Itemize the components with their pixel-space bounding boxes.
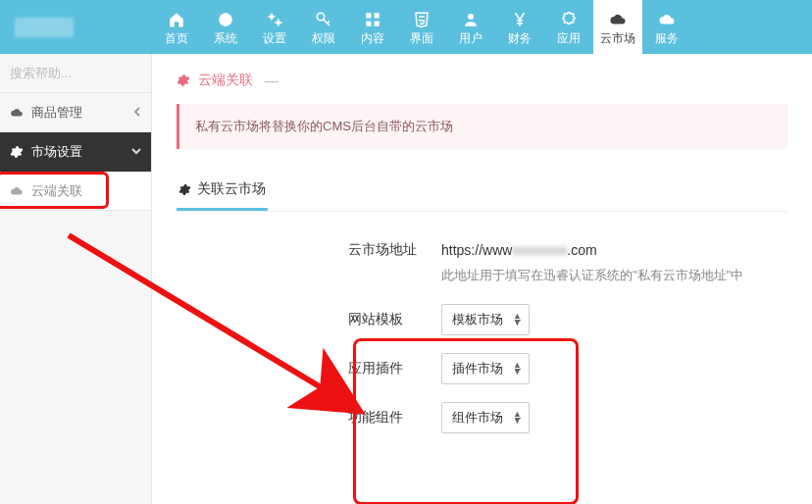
nav-label: 首页 [165, 32, 188, 44]
globe-icon [217, 11, 234, 28]
yen-icon [511, 11, 529, 28]
main-content: 云端关联 — 私有云市场将替换你的CMS后台自带的云市场 关联云市场 云市场地址… [152, 54, 812, 504]
tab-link-market[interactable]: 关联云市场 [177, 169, 268, 211]
chevron-updown-icon: ▲▼ [513, 362, 522, 376]
user-icon [462, 11, 480, 28]
alert-text: 私有云市场将替换你的CMS后台自带的云市场 [195, 119, 453, 133]
grid-icon [364, 11, 381, 28]
svg-rect-7 [375, 21, 380, 25]
gear-icon [178, 183, 191, 196]
sidebar-label: 商品管理 [31, 104, 126, 122]
nav-label: 服务 [655, 32, 679, 44]
home-icon [168, 11, 185, 28]
sidebar-label: 云端关联 [31, 182, 141, 200]
nav-home[interactable]: 首页 [152, 0, 201, 54]
svg-point-1 [270, 14, 275, 19]
nav-yen[interactable]: 财务 [495, 0, 544, 54]
row-url: 云市场地址 https://wwwxxxxxxxx.com [348, 241, 787, 259]
chevron-updown-icon: ▲▼ [513, 411, 522, 425]
cloud-icon [609, 11, 627, 28]
alert-banner: 私有云市场将替换你的CMS后台自带的云市场 [177, 104, 787, 149]
sidebar: 商品管理市场设置云端关联 [0, 54, 152, 504]
form: 云市场地址 https://wwwxxxxxxxx.com 此地址用于填写在迅睿… [152, 212, 812, 433]
nav-puzzle[interactable]: 应用 [544, 0, 593, 54]
breadcrumb-title: 云端关联 [198, 72, 253, 89]
breadcrumb-dash: — [265, 73, 279, 88]
nav-label: 用户 [459, 32, 482, 44]
cogs-icon [266, 11, 283, 28]
label-1: 应用插件 [348, 360, 422, 378]
label-2: 功能组件 [348, 409, 422, 427]
sidebar-search[interactable] [0, 54, 151, 93]
nav-cloud[interactable]: 服务 [642, 0, 691, 54]
url-prefix: https://www [441, 242, 512, 258]
logo [0, 0, 152, 54]
nav-items: 首页系统设置权限内容界面用户财务应用云市场服务 [152, 0, 691, 54]
row-select-2: 功能组件组件市场▲▼ [348, 402, 787, 433]
sidebar-item-1[interactable]: 市场设置 [0, 132, 151, 172]
nav-grid[interactable]: 内容 [348, 0, 397, 54]
cloud-icon [658, 11, 676, 28]
value-url: https://wwwxxxxxxxx.com [441, 242, 597, 258]
nav-key[interactable]: 权限 [299, 0, 348, 54]
nav-label: 权限 [312, 32, 335, 44]
row-select-0: 网站模板模板市场▲▼ [348, 304, 787, 335]
label-0: 网站模板 [348, 311, 422, 328]
search-input[interactable] [10, 66, 175, 80]
sidebar-label: 市场设置 [31, 143, 124, 161]
nav-label: 财务 [508, 32, 532, 44]
top-nav: 首页系统设置权限内容界面用户财务应用云市场服务 [0, 0, 812, 54]
url-blur: xxxxxxxx [512, 242, 567, 258]
nav-html5[interactable]: 界面 [397, 0, 446, 54]
nav-label: 设置 [263, 32, 286, 44]
svg-rect-4 [366, 13, 371, 18]
nav-label: 系统 [214, 32, 237, 44]
svg-point-2 [277, 20, 281, 25]
sidebar-item-0[interactable]: 商品管理 [0, 93, 151, 132]
select-2[interactable]: 组件市场▲▼ [441, 402, 530, 433]
nav-label: 应用 [557, 32, 581, 44]
label-url: 云市场地址 [348, 241, 422, 259]
cloud-icon [10, 184, 24, 198]
nav-globe[interactable]: 系统 [201, 0, 250, 54]
hint-url: 此地址用于填写在迅睿认证系统的"私有云市场地址"中 [441, 267, 787, 284]
cloud-icon [10, 106, 24, 120]
row-select-1: 应用插件插件市场▲▼ [348, 353, 787, 384]
svg-point-8 [468, 14, 474, 20]
url-suffix: .com [567, 242, 596, 258]
chevron-icon [133, 106, 141, 120]
tabs: 关联云市场 [177, 169, 787, 212]
nav-label: 内容 [361, 32, 384, 44]
key-icon [315, 11, 332, 28]
nav-cogs[interactable]: 设置 [250, 0, 299, 54]
chevron-icon [131, 145, 141, 159]
nav-cloud[interactable]: 云市场 [593, 0, 642, 54]
nav-user[interactable]: 用户 [446, 0, 495, 54]
nav-label: 界面 [410, 32, 433, 44]
puzzle-icon [560, 11, 578, 28]
html5-icon [413, 11, 431, 28]
breadcrumb: 云端关联 — [152, 54, 812, 99]
gear-icon [177, 74, 190, 87]
svg-rect-5 [375, 13, 380, 18]
select-0[interactable]: 模板市场▲▼ [441, 304, 530, 335]
nav-label: 云市场 [600, 32, 635, 44]
gear-icon [10, 145, 24, 159]
svg-rect-6 [366, 21, 371, 25]
tab-label: 关联云市场 [197, 180, 266, 198]
select-1[interactable]: 插件市场▲▼ [441, 353, 530, 384]
chevron-updown-icon: ▲▼ [513, 313, 522, 327]
sidebar-item-2[interactable]: 云端关联 [0, 172, 151, 211]
